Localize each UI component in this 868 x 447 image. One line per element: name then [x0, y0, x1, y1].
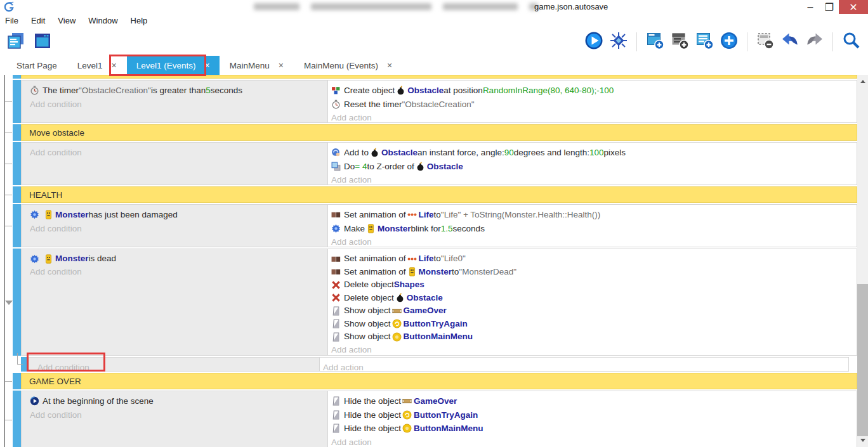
- title-redacted-blur: [254, 3, 538, 10]
- event-bar[interactable]: [13, 80, 21, 123]
- event-instruction[interactable]: Monster has just been damaged: [30, 208, 327, 222]
- scrollbar-thumb[interactable]: [857, 284, 868, 436]
- tab-close-icon[interactable]: ×: [112, 61, 117, 70]
- search-button[interactable]: [840, 31, 862, 53]
- delete-icon: [331, 293, 341, 302]
- vertical-scrollbar[interactable]: [857, 75, 868, 447]
- conditions-cell: The timer "ObstacleCreation" is greater …: [21, 80, 327, 123]
- add-condition-button[interactable]: Add condition: [30, 98, 327, 112]
- tab-close-icon[interactable]: ×: [205, 61, 210, 70]
- tab-close-icon[interactable]: ×: [387, 61, 392, 70]
- add-event-button[interactable]: [644, 31, 666, 53]
- play-button[interactable]: [583, 31, 605, 53]
- event-instruction[interactable]: The timer "ObstacleCreation" is greater …: [30, 84, 327, 98]
- event-bar[interactable]: [13, 142, 21, 185]
- project-manager-button[interactable]: [5, 31, 27, 53]
- event-instruction[interactable]: Monster is dead: [30, 252, 327, 266]
- event-bar[interactable]: [13, 204, 21, 247]
- conditions-cell: Monster is deadAdd condition: [21, 249, 327, 356]
- tab-close-icon[interactable]: ×: [279, 61, 284, 70]
- add-circle-button[interactable]: [718, 31, 740, 53]
- add-action-button[interactable]: Add action: [331, 235, 857, 249]
- visibility-icon: [331, 396, 341, 406]
- add-condition-button[interactable]: Add condition: [30, 222, 327, 236]
- tab-mainmenu-events-[interactable]: MainMenu (Events)×: [294, 56, 402, 75]
- event-instruction[interactable]: At the beginning of the scene: [30, 394, 327, 408]
- title-bar: game.json.autosave – ❐ ✕: [0, 0, 868, 14]
- undo-button[interactable]: [779, 31, 801, 53]
- add-action-button[interactable]: Add action: [331, 344, 857, 357]
- tree-handle[interactable]: [5, 133, 12, 133]
- add-subevent-button[interactable]: [669, 31, 690, 53]
- event-instruction[interactable]: Reset the timer "ObstacleCreation": [331, 98, 857, 112]
- bomb-icon: [416, 162, 425, 171]
- event-instruction[interactable]: Create object Obstacle at position Rando…: [331, 84, 857, 98]
- event-instruction[interactable]: Show object ButtonTryAgain: [331, 318, 857, 331]
- object-name: Shapes: [394, 278, 424, 292]
- event-row: Add conditionAdd to Obstacle an instant …: [13, 142, 857, 185]
- add-condition-button[interactable]: Add condition: [30, 146, 327, 160]
- event-instruction[interactable]: Do = 4 to Z-order of Obstacle: [331, 160, 857, 174]
- debug-button[interactable]: [608, 31, 629, 53]
- minimize-button[interactable]: –: [801, 0, 820, 14]
- delete-icon: [331, 280, 341, 290]
- add-event-icon: [645, 31, 664, 53]
- comment-text[interactable]: GAME OVER: [21, 373, 857, 389]
- button-yellow-icon: [392, 319, 402, 328]
- tree-handle[interactable]: [5, 101, 12, 102]
- redo-button[interactable]: [804, 31, 825, 53]
- event-bar[interactable]: [13, 391, 21, 447]
- event-instruction[interactable]: Set animation of Life to "Life" + ToStri…: [331, 208, 857, 222]
- event-instruction[interactable]: Make Monster blink for 1.5 seconds: [331, 222, 857, 236]
- monster-icon: [407, 267, 417, 276]
- comment-row: GAME OVER: [13, 373, 857, 389]
- comment-text[interactable]: Move obstacle: [21, 124, 857, 141]
- tab-level1-events-[interactable]: Level1 (Events)×: [127, 56, 220, 75]
- object-name: GameOver: [404, 304, 447, 318]
- event-instruction[interactable]: Delete object Obstacle: [331, 292, 857, 305]
- tree-handle[interactable]: [5, 226, 12, 226]
- tab-start-page[interactable]: Start Page: [6, 56, 67, 75]
- event-instruction[interactable]: Set animation of Monster to "MonsterDead…: [331, 266, 857, 279]
- menu-help[interactable]: Help: [124, 14, 154, 28]
- add-comment-button[interactable]: [694, 31, 715, 53]
- tab-label: MainMenu (Events): [304, 61, 378, 70]
- tab-mainmenu[interactable]: MainMenu×: [220, 56, 294, 75]
- add-action-button[interactable]: Add action: [331, 111, 857, 125]
- event-instruction[interactable]: Show object ButtonMainMenu: [331, 330, 857, 344]
- add-condition-button[interactable]: Add condition: [30, 408, 327, 422]
- tree-handle[interactable]: [5, 381, 12, 382]
- close-button[interactable]: ✕: [839, 0, 868, 14]
- menu-view[interactable]: View: [51, 14, 82, 28]
- add-action-button[interactable]: Add action: [331, 173, 857, 187]
- tab-level1[interactable]: Level1×: [67, 56, 127, 75]
- add-condition-button[interactable]: Add condition: [30, 266, 327, 279]
- comment-text[interactable]: HEALTH: [21, 186, 857, 203]
- menu-edit[interactable]: Edit: [25, 14, 51, 28]
- menu-file[interactable]: File: [5, 14, 25, 28]
- scroll-up-arrow[interactable]: [857, 76, 868, 87]
- tree-handle[interactable]: [5, 164, 12, 164]
- menu-window[interactable]: Window: [82, 14, 124, 28]
- tree-handle[interactable]: [5, 195, 12, 195]
- event-instruction[interactable]: Set animation of Life to "Life0": [331, 252, 857, 266]
- event-instruction[interactable]: Add to Obstacle an instant force, angle:…: [331, 146, 857, 160]
- event-instruction[interactable]: Delete object Shapes: [331, 278, 857, 292]
- scene-window-button[interactable]: [32, 31, 53, 53]
- event-instruction[interactable]: Hide the object ButtonMainMenu: [331, 422, 857, 436]
- conditions-cell: Monster has just been damagedAdd conditi…: [21, 204, 327, 247]
- remove-event-button[interactable]: [754, 31, 776, 53]
- tree-handle[interactable]: [5, 420, 12, 420]
- comment-row-partial: [13, 75, 857, 79]
- event-instruction[interactable]: Hide the object GameOver: [331, 394, 857, 408]
- event-instruction[interactable]: Hide the object ButtonTryAgain: [331, 408, 857, 422]
- event-instruction[interactable]: Show object GameOver: [331, 304, 857, 318]
- button-yellow2-icon: [402, 424, 412, 433]
- event-row: At the beginning of the sceneAdd conditi…: [13, 391, 857, 447]
- restore-button[interactable]: ❐: [820, 0, 839, 14]
- collapse-arrow-icon[interactable]: [5, 301, 13, 305]
- scroll-down-arrow[interactable]: [857, 435, 868, 446]
- actions-cell: Set animation of Life to "Life0"Set anim…: [327, 249, 857, 356]
- add-action-button[interactable]: Add action: [331, 436, 857, 447]
- event-bar[interactable]: [13, 249, 21, 356]
